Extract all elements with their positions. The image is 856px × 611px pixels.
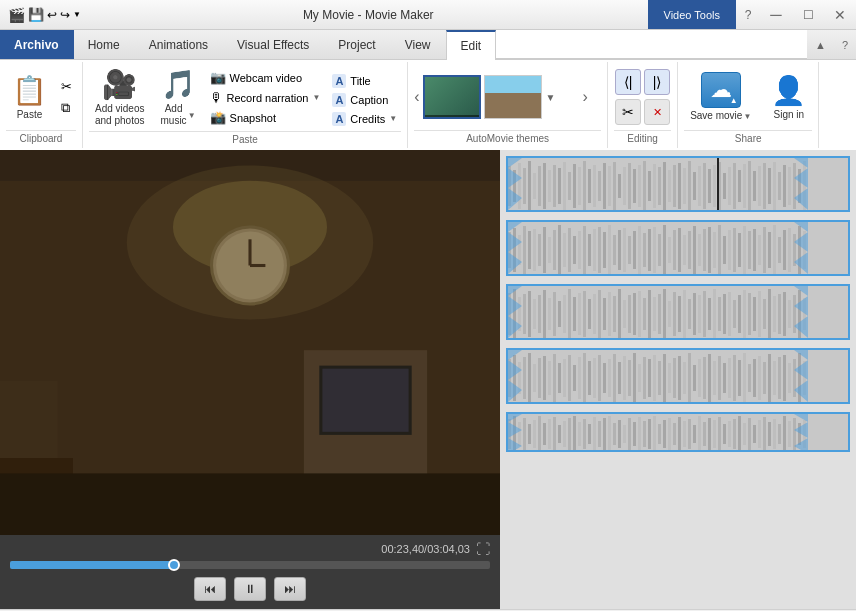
up-arrow-icon: ▲ (730, 96, 738, 105)
ribbon-help-btn[interactable]: ? (834, 30, 856, 59)
svg-rect-24 (533, 173, 536, 199)
svg-rect-299 (643, 421, 646, 447)
svg-rect-289 (593, 417, 596, 450)
svg-rect-112 (653, 227, 656, 273)
trim-left-button[interactable]: ⟨| (615, 69, 641, 95)
timeline-clip-3[interactable] (506, 284, 850, 340)
svg-rect-249 (708, 354, 711, 402)
pause-button[interactable]: ⏸ (234, 577, 266, 601)
svg-rect-178 (668, 301, 671, 327)
title-button[interactable]: A Title (328, 72, 401, 90)
tab-home[interactable]: Home (74, 30, 135, 59)
save-movie-button[interactable]: ☁ ▲ Save movie ▼ (684, 68, 757, 126)
waveform-2 (508, 222, 848, 274)
undo-icon[interactable]: ↩ (47, 8, 57, 22)
theme-scroll-indicator[interactable]: ▼ (545, 92, 555, 103)
snapshot-button[interactable]: 📸 Snapshot (206, 108, 325, 127)
editing-label: Editing (614, 130, 671, 146)
clipboard-label: Clipboard (6, 130, 76, 146)
tab-project[interactable]: Project (324, 30, 390, 59)
svg-rect-115 (668, 237, 671, 263)
copy-button[interactable]: ⧉ (57, 98, 76, 118)
split-button[interactable]: ✂ (615, 99, 641, 125)
waveform-5 (508, 414, 848, 450)
svg-rect-64 (733, 163, 736, 209)
maximize-button[interactable]: ☐ (792, 0, 824, 30)
svg-rect-93 (558, 225, 561, 274)
add-music-button[interactable]: 🎵 Addmusic ▼ (155, 64, 202, 131)
svg-rect-263 (778, 357, 781, 399)
svg-rect-123 (708, 227, 711, 273)
record-narration-arrow[interactable]: ▼ (312, 93, 320, 102)
svg-rect-130 (743, 226, 746, 274)
svg-rect-106 (623, 228, 626, 272)
help-button[interactable]: ? (736, 8, 760, 22)
svg-rect-164 (598, 290, 601, 338)
svg-rect-169 (623, 300, 626, 328)
video-progress-bar[interactable] (10, 561, 490, 569)
cut-button[interactable]: ✂ (57, 77, 76, 96)
svg-rect-34 (583, 161, 586, 210)
tab-archivo[interactable]: Archivo (0, 30, 74, 59)
fullscreen-icon[interactable]: ⛶ (476, 541, 490, 557)
svg-rect-119 (688, 231, 691, 269)
svg-rect-285 (573, 416, 576, 450)
tab-animations[interactable]: Animations (135, 30, 223, 59)
svg-rect-163 (593, 294, 596, 334)
redo-icon[interactable]: ↪ (60, 8, 70, 22)
dropdown-icon[interactable]: ▼ (73, 10, 81, 19)
svg-rect-39 (608, 166, 611, 206)
mic-icon: 🎙 (210, 90, 223, 105)
svg-rect-313 (713, 420, 716, 448)
svg-rect-135 (768, 232, 771, 268)
svg-rect-293 (613, 423, 616, 445)
save-movie-arrow[interactable]: ▼ (743, 112, 751, 121)
window-controls: ? ─ ☐ ✕ (736, 0, 856, 30)
svg-rect-185 (703, 291, 706, 337)
themes-scroll-right[interactable]: › (582, 88, 587, 106)
svg-rect-281 (553, 417, 556, 450)
editing-group: ⟨| |⟩ ✂ ✕ Editing (608, 62, 678, 148)
add-videos-button[interactable]: 🎥 Add videosand photos (89, 64, 151, 131)
paste-button[interactable]: 📋 Paste (6, 70, 53, 125)
caption-button[interactable]: A Caption (328, 91, 401, 109)
save-icon[interactable]: 💾 (28, 7, 44, 22)
timeline-clip-4[interactable] (506, 348, 850, 404)
paste-icon: 📋 (12, 74, 47, 107)
timeline-clip-2[interactable] (506, 220, 850, 276)
add-group: 🎥 Add videosand photos 🎵 Addmusic ▼ 📷 We… (83, 62, 408, 148)
minimize-button[interactable]: ─ (760, 0, 792, 30)
timeline-clip-1[interactable] (506, 156, 850, 212)
rewind-button[interactable]: ⏮ (194, 577, 226, 601)
tab-visual-effects[interactable]: Visual Effects (223, 30, 324, 59)
timeline-clip-5[interactable] (506, 412, 850, 452)
svg-rect-258 (753, 359, 756, 397)
webcam-video-button[interactable]: 📷 Webcam video (206, 68, 325, 87)
sign-in-button[interactable]: 👤 Sign in (765, 70, 812, 125)
fast-forward-button[interactable]: ⏭ (274, 577, 306, 601)
add-music-dropdown[interactable]: ▼ (188, 111, 196, 120)
themes-scroll-left[interactable]: ‹ (414, 88, 419, 106)
svg-rect-190 (728, 292, 731, 336)
svg-rect-110 (643, 233, 646, 267)
svg-rect-60 (713, 165, 716, 207)
svg-rect-128 (733, 228, 736, 272)
automovie-label: AutoMovie themes (414, 130, 601, 146)
ribbon-collapse-btn[interactable]: ▲ (807, 30, 834, 59)
credits-button[interactable]: A Credits ▼ (328, 110, 401, 128)
svg-rect-149 (523, 294, 526, 334)
svg-rect-51 (668, 170, 671, 202)
theme-thumb-1[interactable] (423, 75, 481, 119)
svg-rect-244 (683, 362, 686, 394)
record-narration-button[interactable]: 🎙 Record narration ▼ (206, 88, 325, 107)
theme-thumb-2[interactable] (484, 75, 542, 119)
tab-view[interactable]: View (391, 30, 446, 59)
remove-button[interactable]: ✕ (644, 99, 670, 125)
credits-arrow[interactable]: ▼ (389, 114, 397, 123)
svg-rect-70 (763, 163, 766, 209)
close-button[interactable]: ✕ (824, 0, 856, 30)
tab-edit[interactable]: Edit (446, 30, 497, 60)
timeline-scroll-area[interactable] (500, 150, 856, 609)
trim-right-button[interactable]: |⟩ (644, 69, 670, 95)
add-label: Paste (89, 131, 401, 147)
